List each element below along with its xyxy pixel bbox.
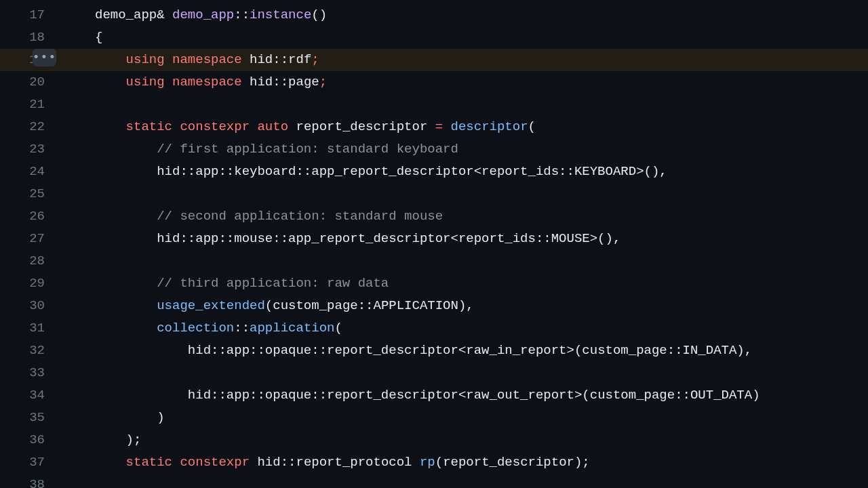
code-line[interactable]: 23 // first application: standard keyboa… (0, 138, 868, 161)
line-number[interactable]: 28 (20, 250, 61, 272)
code-line[interactable]: 36 ); (0, 429, 868, 451)
code-line[interactable]: 29 // third application: raw data (0, 272, 868, 295)
line-number[interactable]: 29 (20, 272, 61, 295)
code-content[interactable]: usage_extended(custom_page::APPLICATION)… (61, 295, 868, 317)
code-content[interactable]: // third application: raw data (61, 272, 868, 295)
code-line[interactable]: 27 hid::app::mouse::app_report_descripto… (0, 228, 868, 250)
code-line[interactable]: 38 (0, 474, 868, 488)
code-content[interactable]: ); (61, 429, 868, 451)
code-line[interactable]: 28 (0, 250, 868, 272)
code-content[interactable]: hid::app::opaque::report_descriptor<raw_… (61, 340, 868, 362)
line-number[interactable]: 24 (20, 161, 61, 183)
code-line[interactable]: 35 ) (0, 407, 868, 429)
code-content[interactable]: hid::app::mouse::app_report_descriptor<r… (61, 228, 868, 250)
line-number[interactable]: 33 (20, 362, 61, 384)
code-line[interactable]: 31 collection::application( (0, 317, 868, 340)
code-content[interactable]: hid::app::opaque::report_descriptor<raw_… (61, 384, 868, 407)
line-number[interactable]: 18 (20, 26, 61, 49)
code-content[interactable]: demo_app& demo_app::instance() (61, 4, 868, 26)
code-line[interactable]: 30 usage_extended(custom_page::APPLICATI… (0, 295, 868, 317)
line-number[interactable]: 27 (20, 228, 61, 250)
code-content[interactable]: static constexpr auto report_descriptor … (61, 116, 868, 138)
line-number[interactable]: 37 (20, 451, 61, 474)
code-line[interactable]: 17demo_app& demo_app::instance() (0, 4, 868, 26)
line-number[interactable]: 20 (20, 71, 61, 94)
line-number[interactable]: 21 (20, 94, 61, 116)
code-content[interactable]: // first application: standard keyboard (61, 138, 868, 161)
line-number[interactable]: 17 (20, 4, 61, 26)
line-number[interactable]: 32 (20, 340, 61, 362)
code-content[interactable]: collection::application( (61, 317, 868, 340)
code-line[interactable]: 20 using namespace hid::page; (0, 71, 868, 94)
code-line[interactable]: 34 hid::app::opaque::report_descriptor<r… (0, 384, 868, 407)
code-line[interactable]: 37 static constexpr hid::report_protocol… (0, 451, 868, 474)
line-number[interactable]: 38 (20, 474, 61, 488)
code-content[interactable]: ) (61, 407, 868, 429)
code-line[interactable]: 22 static constexpr auto report_descript… (0, 116, 868, 138)
code-line[interactable]: 26 // second application: standard mouse (0, 205, 868, 228)
line-number[interactable]: 23 (20, 138, 61, 161)
code-content[interactable]: using namespace hid::rdf; (61, 49, 868, 71)
code-line[interactable]: 32 hid::app::opaque::report_descriptor<r… (0, 340, 868, 362)
code-line[interactable]: 19 using namespace hid::rdf; (0, 49, 868, 71)
line-number[interactable]: 36 (20, 429, 61, 451)
line-number[interactable]: 34 (20, 384, 61, 407)
code-content[interactable]: { (61, 26, 868, 49)
code-line[interactable]: 25 (0, 183, 868, 205)
code-line[interactable]: 21 (0, 94, 868, 116)
code-content[interactable]: using namespace hid::page; (61, 71, 868, 94)
line-number[interactable]: 26 (20, 205, 61, 228)
line-number[interactable]: 22 (20, 116, 61, 138)
line-number[interactable]: 30 (20, 295, 61, 317)
code-content[interactable]: // second application: standard mouse (61, 205, 868, 228)
line-number[interactable]: 25 (20, 183, 61, 205)
line-number[interactable]: 31 (20, 317, 61, 340)
line-number[interactable]: 35 (20, 407, 61, 429)
code-line[interactable]: 24 hid::app::keyboard::app_report_descri… (0, 161, 868, 183)
code-content[interactable]: hid::app::keyboard::app_report_descripto… (61, 161, 868, 183)
code-content[interactable]: static constexpr hid::report_protocol rp… (61, 451, 868, 474)
code-line[interactable]: 33 (0, 362, 868, 384)
more-actions-button[interactable]: ••• (33, 49, 56, 66)
code-editor[interactable]: ••• 17demo_app& demo_app::instance()18{1… (0, 0, 868, 488)
code-line[interactable]: 18{ (0, 26, 868, 49)
